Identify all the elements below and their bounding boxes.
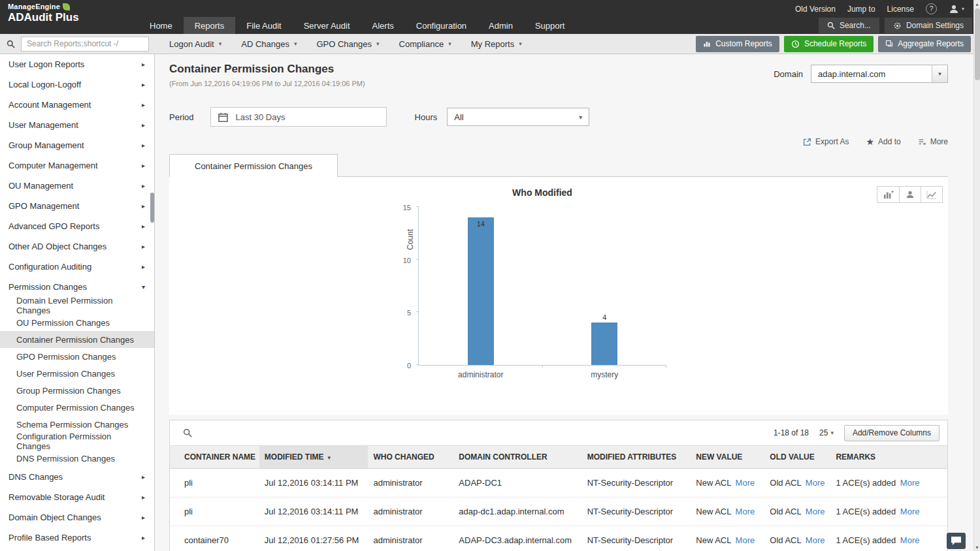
cell-text: Old ACL: [770, 535, 804, 545]
sidebar-subitem-ou-permission-changes[interactable]: OU Permission Changes: [0, 314, 154, 331]
sidebar-item-configuration-auditing[interactable]: Configuration Auditing▸: [0, 257, 154, 277]
utility-link-jump-to[interactable]: Jump to: [847, 5, 875, 14]
column-header-container-name[interactable]: CONTAINER NAME: [170, 446, 259, 469]
hours-select[interactable]: All ▾: [447, 108, 589, 126]
hours-select-value: All: [454, 112, 463, 122]
export-as-button[interactable]: Export As: [803, 137, 849, 146]
utility-link-old-version[interactable]: Old Version: [795, 5, 836, 14]
sidebar-item-profile-based-reports[interactable]: Profile Based Reports▸: [0, 527, 154, 548]
sidebar-item-gpo-management[interactable]: GPO Management▸: [0, 196, 154, 216]
bar-administrator[interactable]: [468, 217, 494, 365]
user-menu[interactable]: ▾: [949, 4, 964, 14]
menu-compliance[interactable]: Compliance▾: [389, 34, 461, 54]
menu-logon-audit[interactable]: Logon Audit▾: [159, 34, 231, 54]
manageengine-logo: ManageEngine: [8, 3, 79, 10]
sidebar-item-permission-changes[interactable]: Permission Changes▾: [0, 277, 154, 297]
schedule-reports-button[interactable]: Schedule Reports: [784, 36, 874, 52]
sidebar-item-advanced-gpo-reports[interactable]: Advanced GPO Reports▸: [0, 216, 154, 236]
chat-button[interactable]: [947, 533, 966, 549]
more-link[interactable]: More: [806, 507, 825, 516]
table-search-icon[interactable]: [183, 428, 192, 437]
column-header-old-value[interactable]: OLD VALUE: [764, 446, 830, 469]
aggregate-reports-button[interactable]: Aggregate Reports: [878, 36, 971, 52]
sidebar-subitem-group-permission-changes[interactable]: Group Permission Changes: [0, 382, 154, 399]
bar-chart-toggle-icon[interactable]: [877, 187, 899, 202]
sidebar-subitem-gpo-permission-changes[interactable]: GPO Permission Changes: [0, 348, 154, 365]
column-header-remarks[interactable]: REMARKS: [830, 446, 947, 469]
bar-mystery[interactable]: [591, 323, 617, 365]
column-header-domain-controller[interactable]: DOMAIN CONTROLLER: [453, 446, 581, 469]
page-scrollbar[interactable]: ▲ ▼: [973, 0, 980, 551]
column-header-new-value[interactable]: NEW VALUE: [691, 446, 764, 469]
sidebar-subitem-dns-permission-changes[interactable]: DNS Permission Changes: [0, 450, 154, 467]
scrollbar-thumb[interactable]: [975, 8, 980, 80]
sidebar-item-user-management[interactable]: User Management▸: [0, 115, 154, 135]
more-link[interactable]: More: [900, 478, 920, 488]
more-link[interactable]: More: [900, 507, 920, 516]
sidebar-subitem-computer-permission-changes[interactable]: Computer Permission Changes: [0, 399, 154, 416]
nav-tab-server-audit[interactable]: Server Audit: [293, 17, 361, 34]
more-link[interactable]: More: [736, 535, 755, 545]
report-header: Container Permission Changes (From Jun 1…: [169, 54, 948, 87]
nav-tab-alerts[interactable]: Alerts: [361, 17, 405, 34]
column-header-modified-time[interactable]: MODIFIED TIME▾: [259, 446, 368, 469]
add-remove-columns-button[interactable]: Add/Remove Columns: [844, 425, 939, 441]
column-header-modified-attributes[interactable]: MODIFIED ATTRIBUTES: [582, 446, 691, 469]
scroll-down-icon[interactable]: ▼: [974, 543, 980, 551]
cell-modified-attributes: NT-Security-Descriptor: [582, 497, 691, 526]
period-picker[interactable]: Last 30 Days: [210, 107, 387, 127]
more-link[interactable]: More: [736, 478, 755, 488]
sidebar-subitem-configuration-permission-changes[interactable]: Configuration Permission Changes: [0, 433, 154, 450]
sidebar-subitem-container-permission-changes[interactable]: Container Permission Changes: [0, 331, 154, 348]
more-button[interactable]: More: [918, 137, 948, 146]
nav-tab-home[interactable]: Home: [139, 17, 184, 34]
custom-reports-button[interactable]: Custom Reports: [696, 36, 779, 52]
cell-new-value: New ACL More: [691, 497, 764, 526]
menu-gpo-changes[interactable]: GPO Changes▾: [306, 34, 389, 54]
column-header-who-changed[interactable]: WHO CHANGED: [368, 446, 453, 469]
sidebar-item-local-logon-logoff[interactable]: Local Logon-Logoff▸: [0, 74, 154, 95]
add-to-button[interactable]: ★ Add to: [866, 137, 900, 146]
sidebar-subitem-user-permission-changes[interactable]: User Permission Changes: [0, 365, 154, 382]
sidebar-item-group-management[interactable]: Group Management▸: [0, 135, 154, 155]
nav-tab-admin[interactable]: Admin: [478, 17, 524, 34]
sidebar-item-computer-management[interactable]: Computer Management▸: [0, 155, 154, 176]
user-chart-toggle-icon[interactable]: [899, 187, 921, 202]
sidebar-scrollbar-thumb[interactable]: [150, 193, 154, 223]
menu-my-reports[interactable]: My Reports▾: [461, 34, 532, 54]
chevron-right-icon: ▸: [142, 514, 145, 521]
tab-container-permission-changes[interactable]: Container Permission Changes: [169, 154, 338, 177]
help-icon[interactable]: ?: [926, 3, 937, 14]
page-size-select[interactable]: 25 ▾: [819, 428, 834, 437]
nav-tab-configuration[interactable]: Configuration: [405, 17, 478, 34]
sidebar-subitem-domain-level-permission-changes[interactable]: Domain Level Permission Changes: [0, 297, 154, 314]
utility-link-license[interactable]: License: [887, 5, 914, 14]
cell-remarks: 1 ACE(s) added More: [830, 497, 947, 526]
nav-tab-support[interactable]: Support: [524, 17, 576, 34]
nav-tab-reports[interactable]: Reports: [184, 17, 236, 34]
column-header-label: DOMAIN CONTROLLER: [459, 452, 547, 462]
sidebar-item-user-logon-reports[interactable]: User Logon Reports▸: [0, 54, 154, 74]
chevron-down-icon: ▾: [932, 65, 947, 82]
menu-ad-changes[interactable]: AD Changes▾: [231, 34, 306, 54]
cell-text: 1 ACE(s) added: [836, 507, 898, 516]
sidebar-item-domain-object-changes[interactable]: Domain Object Changes▸: [0, 507, 154, 527]
sidebar-item-account-management[interactable]: Account Management▸: [0, 95, 154, 115]
sidebar-item-removable-storage-audit[interactable]: Removable Storage Audit▸: [0, 487, 154, 507]
domain-select[interactable]: adap.internal.com ▾: [811, 65, 948, 83]
chevron-right-icon: ▸: [142, 162, 145, 169]
sidebar-item-dns-changes[interactable]: DNS Changes▸: [0, 467, 154, 487]
more-link[interactable]: More: [806, 535, 825, 545]
sidebar-subitem-schema-permission-changes[interactable]: Schema Permission Changes: [0, 416, 154, 433]
sidebar-item-ou-management[interactable]: OU Management▸: [0, 176, 154, 196]
nav-tab-file-audit[interactable]: File Audit: [235, 17, 292, 34]
sidebar-item-other-ad-object-changes[interactable]: Other AD Object Changes▸: [0, 236, 154, 257]
domain-settings-button[interactable]: Domain Settings: [885, 18, 972, 33]
more-link[interactable]: More: [900, 535, 920, 545]
trend-chart-toggle-icon[interactable]: [921, 187, 942, 202]
more-link[interactable]: More: [736, 507, 755, 516]
report-search-input[interactable]: [21, 37, 149, 52]
more-link[interactable]: More: [806, 478, 825, 488]
search-button[interactable]: Search...: [819, 18, 879, 33]
scroll-up-icon[interactable]: ▲: [974, 0, 980, 8]
